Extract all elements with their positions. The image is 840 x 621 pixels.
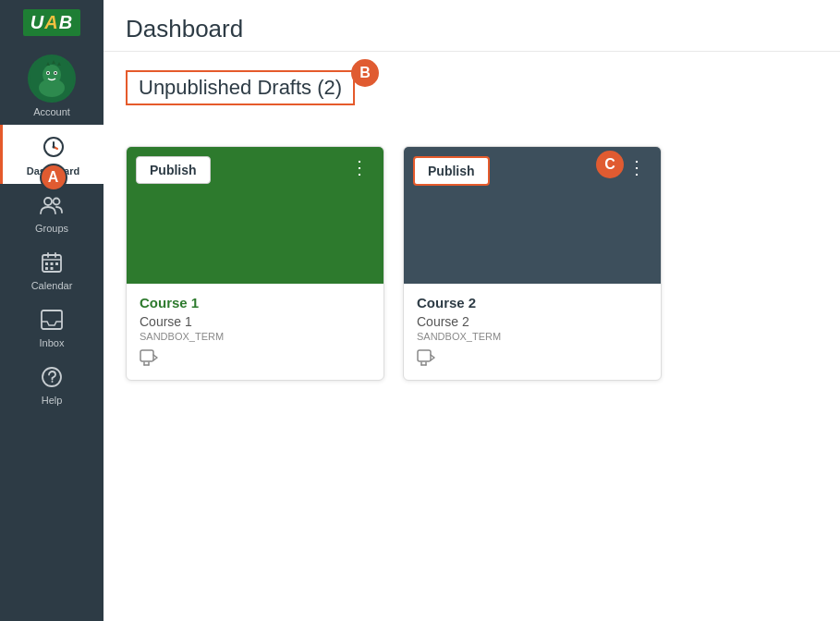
card-body-1: Course 1 Course 1 SANDBOX_TERM — [127, 284, 383, 380]
move-to-icon-2 — [417, 349, 435, 366]
card-footer-2 — [417, 349, 648, 371]
sidebar-item-groups-label: Groups — [35, 223, 68, 234]
card-course-sub-2: Course 2 — [417, 314, 648, 329]
svg-point-13 — [54, 199, 60, 205]
card-course-name-2: Course 2 — [417, 295, 648, 310]
sidebar-item-calendar-label: Calendar — [31, 280, 73, 291]
page-title: Dashboard — [126, 15, 818, 43]
sidebar-item-account-label: Account — [33, 106, 70, 117]
card-course-sub-1: Course 1 — [140, 314, 371, 329]
three-dots-menu-2[interactable]: ⋮ — [622, 156, 651, 178]
sidebar-item-help-label: Help — [42, 395, 63, 406]
main-body: Unpublished Drafts (2) B Publish ⋮ Cours… — [103, 52, 840, 399]
badge-b: B — [351, 59, 379, 87]
svg-point-11 — [52, 146, 55, 149]
card-term-1: SANDBOX_TERM — [140, 331, 371, 342]
sidebar-item-inbox[interactable]: Inbox — [0, 298, 103, 356]
inbox-icon — [41, 310, 63, 334]
svg-point-12 — [44, 198, 52, 205]
sidebar-item-calendar[interactable]: Calendar — [0, 241, 103, 298]
publish-button-2[interactable]: Publish — [413, 156, 490, 186]
card-body-2: Course 2 Course 2 SANDBOX_TERM — [404, 284, 661, 380]
card-course-name-1: Course 1 — [140, 295, 371, 310]
svg-point-22 — [52, 381, 54, 383]
course-card-2: Publish ⋮ C Course 2 Course 2 SANDBOX_TE… — [403, 146, 662, 381]
uab-logo: UAB — [23, 9, 80, 36]
sidebar-item-inbox-label: Inbox — [40, 337, 65, 348]
cards-grid: Publish ⋮ Course 1 Course 1 SANDBOX_TERM — [126, 146, 818, 381]
svg-rect-16 — [51, 262, 54, 265]
main-content-area: Dashboard Unpublished Drafts (2) B Publi… — [103, 0, 840, 621]
dashboard-icon — [43, 136, 65, 162]
sidebar-item-groups[interactable]: Groups — [0, 184, 103, 241]
publish-button-1[interactable]: Publish — [136, 156, 211, 184]
logo-b: B — [59, 12, 73, 32]
card-footer-1 — [140, 349, 371, 371]
three-dots-menu-1[interactable]: ⋮ — [345, 156, 374, 178]
card-image-1: Publish ⋮ — [127, 147, 383, 284]
sidebar-item-dashboard[interactable]: Dashboard A — [0, 125, 103, 184]
logo-u: U — [30, 12, 44, 32]
sidebar: UAB Account — [0, 0, 103, 621]
svg-point-2 — [39, 79, 65, 97]
groups-icon — [40, 195, 64, 219]
badge-c: C — [596, 151, 624, 178]
logo-a: A — [44, 12, 58, 32]
svg-rect-17 — [55, 262, 58, 265]
svg-point-5 — [47, 72, 49, 74]
svg-rect-18 — [45, 267, 48, 270]
section-title: Unpublished Drafts (2) B — [126, 70, 355, 105]
svg-rect-24 — [418, 350, 431, 361]
uab-logo-container: UAB — [0, 0, 103, 43]
calendar-icon — [42, 252, 62, 276]
svg-rect-15 — [45, 262, 48, 265]
svg-rect-20 — [42, 310, 62, 329]
sidebar-item-account[interactable]: Account — [0, 43, 103, 125]
card-image-2: Publish ⋮ C — [404, 147, 661, 284]
course-card-1: Publish ⋮ Course 1 Course 1 SANDBOX_TERM — [126, 146, 384, 381]
svg-point-6 — [55, 72, 56, 74]
svg-point-21 — [43, 368, 61, 386]
sidebar-item-help[interactable]: Help — [0, 356, 103, 413]
page-header: Dashboard — [103, 0, 840, 52]
badge-a: A — [40, 164, 67, 191]
avatar — [28, 55, 76, 103]
svg-rect-23 — [140, 350, 153, 361]
card-term-2: SANDBOX_TERM — [417, 331, 648, 342]
help-icon — [42, 367, 62, 391]
move-to-icon-1 — [140, 349, 158, 366]
svg-rect-19 — [51, 267, 54, 270]
